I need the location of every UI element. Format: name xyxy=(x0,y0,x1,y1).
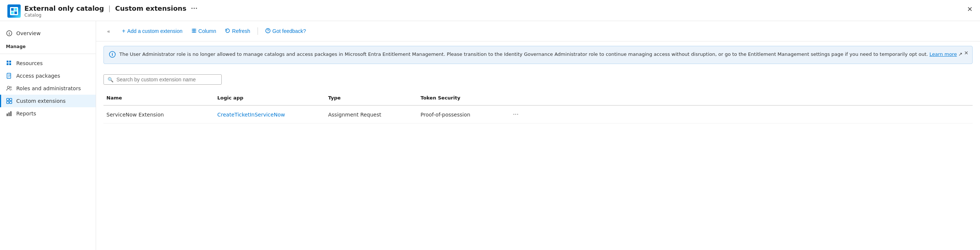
info-icon: i xyxy=(6,30,13,37)
col-type: Type xyxy=(325,94,418,102)
row-type: Assignment Request xyxy=(325,110,418,119)
svg-rect-17 xyxy=(10,99,12,100)
svg-rect-8 xyxy=(6,63,8,65)
catalog-name: External only catalog xyxy=(24,5,104,12)
sidebar-divider xyxy=(0,54,96,54)
app-icon xyxy=(7,5,21,18)
svg-rect-7 xyxy=(9,61,11,62)
sidebar: i Overview Manage Resources xyxy=(0,21,96,250)
sidebar-item-label: Resources xyxy=(16,60,43,66)
page-title: Custom extensions xyxy=(115,5,186,12)
svg-rect-6 xyxy=(6,61,8,62)
header-titles: External only catalog | Custom extension… xyxy=(24,5,198,18)
chart-icon xyxy=(6,110,13,117)
sidebar-item-reports[interactable]: Reports xyxy=(0,107,96,120)
refresh-button[interactable]: Refresh xyxy=(221,26,254,37)
add-custom-extension-button[interactable]: + Add a custom extension xyxy=(118,25,186,37)
row-logic-app[interactable]: CreateTicketInServiceNow xyxy=(214,110,325,119)
svg-text:i: i xyxy=(8,32,10,35)
svg-rect-9 xyxy=(9,63,11,65)
col-name: Name xyxy=(103,94,214,102)
sidebar-item-resources[interactable]: Resources xyxy=(0,57,96,70)
svg-rect-1 xyxy=(14,8,17,11)
svg-rect-16 xyxy=(6,99,9,100)
svg-point-29 xyxy=(267,32,268,32)
banner-message: The User Administrator role is no longer… xyxy=(119,51,928,57)
info-banner: i The User Administrator role is no long… xyxy=(103,46,973,64)
row-name: ServiceNow Extension xyxy=(103,110,214,119)
sidebar-item-overview[interactable]: i Overview xyxy=(0,27,96,40)
people-icon xyxy=(6,85,13,92)
search-row: 🔍 xyxy=(103,74,973,85)
header-separator: | xyxy=(108,5,110,12)
svg-rect-2 xyxy=(11,11,14,14)
svg-point-15 xyxy=(10,86,11,88)
search-box[interactable]: 🔍 xyxy=(103,74,222,85)
toolbar: « + Add a custom extension xyxy=(96,21,980,41)
svg-text:i: i xyxy=(111,53,113,57)
grid-icon xyxy=(6,60,13,67)
main-layout: i Overview Manage Resources xyxy=(0,21,980,250)
close-button[interactable]: ✕ xyxy=(967,5,973,13)
svg-rect-0 xyxy=(11,8,14,11)
content-body: 🔍 Name Logic app Type Token Security Ser xyxy=(96,68,980,250)
search-input[interactable] xyxy=(116,76,218,83)
plus-icon: + xyxy=(122,28,125,34)
banner-link[interactable]: Learn more xyxy=(929,51,957,57)
external-link-icon: ↗ xyxy=(959,51,963,57)
col-token-security: Token Security xyxy=(418,94,510,102)
search-icon: 🔍 xyxy=(108,77,113,83)
sidebar-item-label: Custom extensions xyxy=(16,98,66,104)
sidebar-item-access-packages[interactable]: Access packages xyxy=(0,70,96,82)
add-btn-label: Add a custom extension xyxy=(127,28,182,34)
column-btn-label: Column xyxy=(199,28,216,34)
refresh-btn-label: Refresh xyxy=(232,28,250,34)
svg-rect-20 xyxy=(6,113,8,116)
row-token-security: Proof-of-possession xyxy=(418,110,510,119)
column-button[interactable]: Column xyxy=(188,26,220,37)
banner-text: The User Administrator role is no longer… xyxy=(119,51,962,58)
svg-rect-21 xyxy=(8,112,10,116)
svg-rect-22 xyxy=(10,111,11,116)
row-more-button[interactable]: ··· xyxy=(510,110,525,119)
table-row: ServiceNow Extension CreateTicketInServi… xyxy=(103,106,973,124)
banner-close-button[interactable]: ✕ xyxy=(964,50,969,56)
header-title: External only catalog | Custom extension… xyxy=(24,5,198,12)
feedback-icon xyxy=(265,28,270,34)
sidebar-item-label: Overview xyxy=(16,30,41,36)
svg-rect-19 xyxy=(10,101,12,104)
svg-point-14 xyxy=(7,86,10,88)
svg-rect-3 xyxy=(14,11,17,14)
feedback-btn-label: Got feedback? xyxy=(272,28,306,34)
feedback-button[interactable]: Got feedback? xyxy=(262,26,310,37)
svg-rect-18 xyxy=(6,101,9,104)
info-icon: i xyxy=(109,51,116,59)
manage-section-label: Manage xyxy=(0,40,96,51)
content-area: « + Add a custom extension xyxy=(96,21,980,250)
breadcrumb: Catalog xyxy=(24,13,198,18)
table-container: Name Logic app Type Token Security Servi… xyxy=(103,91,973,124)
table-header: Name Logic app Type Token Security xyxy=(103,91,973,106)
custom-extensions-icon xyxy=(6,98,13,104)
collapse-button[interactable]: « xyxy=(103,26,114,36)
app-container: External only catalog | Custom extension… xyxy=(0,0,980,250)
toolbar-separator xyxy=(258,27,258,35)
col-actions xyxy=(510,94,525,102)
sidebar-item-label: Reports xyxy=(16,111,36,116)
refresh-icon xyxy=(225,28,230,34)
column-icon xyxy=(191,28,197,34)
sidebar-item-custom-extensions[interactable]: Custom extensions xyxy=(0,95,96,107)
col-logic-app: Logic app xyxy=(214,94,325,102)
sidebar-item-roles-admins[interactable]: Roles and administrators xyxy=(0,82,96,95)
file-icon xyxy=(6,72,13,79)
sidebar-item-label: Access packages xyxy=(16,73,60,79)
header: External only catalog | Custom extension… xyxy=(0,0,980,21)
sidebar-item-label: Roles and administrators xyxy=(16,86,81,91)
header-more-button[interactable]: ··· xyxy=(191,5,197,12)
